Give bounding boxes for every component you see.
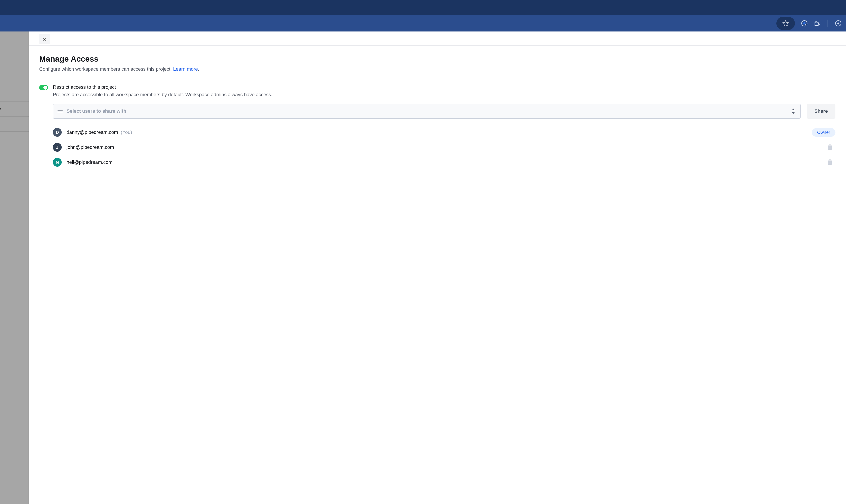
select-users-dropdown[interactable]: Select users to share with: [53, 104, 800, 119]
user-row: D danny@pipedream.com (You) Owner: [53, 125, 835, 140]
avatar: N: [53, 158, 62, 167]
background-row: [0, 58, 29, 73]
svg-rect-14: [829, 159, 831, 160]
svg-rect-5: [805, 25, 806, 25]
user-list: D danny@pipedream.com (You) Owner J john…: [53, 125, 835, 170]
user-row: N neil@pipedream.com: [53, 155, 835, 170]
background-overlay-left: ok · Add ed Workflow borations · Slack -: [0, 32, 29, 504]
you-label: (You): [121, 129, 132, 135]
chevron-updown-icon: [792, 109, 795, 114]
restrict-access-label: Restrict access to this project: [53, 84, 835, 90]
browser-window-frame-top: [0, 0, 846, 15]
svg-rect-11: [829, 144, 831, 145]
learn-more-link[interactable]: Learn more: [173, 66, 198, 72]
bg-text: ed Workflow: [0, 106, 1, 112]
user-email: danny@pipedream.com: [67, 129, 118, 135]
share-button[interactable]: Share: [807, 104, 835, 119]
owner-badge: Owner: [812, 128, 835, 137]
svg-rect-9: [828, 146, 832, 150]
background-row: ed Workflow: [0, 102, 29, 116]
select-users-placeholder: Select users to share with: [67, 108, 792, 114]
restrict-access-toggle[interactable]: [39, 85, 48, 90]
close-icon: [42, 37, 47, 42]
modal-subtitle: Configure which workspace members can ac…: [39, 66, 835, 72]
background-row: [0, 43, 29, 58]
svg-rect-12: [828, 161, 832, 165]
share-button-label: Share: [814, 108, 828, 114]
star-icon[interactable]: [782, 20, 789, 26]
extensions-icon[interactable]: [814, 20, 821, 26]
subtitle-period: .: [198, 66, 199, 72]
modal-title: Manage Access: [39, 54, 835, 64]
user-row: J john@pipedream.com: [53, 140, 835, 155]
avatar-initial: N: [56, 160, 59, 165]
background-row: Slack -: [0, 131, 29, 146]
user-email: neil@pipedream.com: [67, 159, 112, 165]
toolbar-separator: [828, 20, 828, 27]
background-row: borations ·: [0, 116, 29, 131]
list-icon: [58, 109, 63, 113]
user-email: john@pipedream.com: [67, 144, 114, 150]
toggle-knob: [43, 86, 47, 90]
share-row: Select users to share with Share: [53, 104, 835, 119]
remove-user-button[interactable]: [828, 159, 832, 165]
svg-marker-0: [783, 21, 789, 26]
remove-user-button[interactable]: [828, 144, 832, 150]
restrict-access-description: Projects are accessible to all workspace…: [53, 92, 835, 97]
avatar-initial: J: [56, 145, 58, 150]
close-button[interactable]: [39, 34, 50, 44]
browser-toolbar: [0, 15, 846, 32]
avatar: D: [53, 128, 62, 137]
password-manager-icon[interactable]: [801, 20, 808, 26]
lightning-circle-icon[interactable]: [835, 20, 842, 26]
avatar: J: [53, 143, 62, 152]
address-bar-end-cap: [776, 17, 795, 30]
subtitle-text: Configure which workspace members can ac…: [39, 66, 173, 72]
restrict-access-block: Restrict access to this project Projects…: [39, 84, 835, 97]
page-content-area: ok · Add ed Workflow borations · Slack -…: [0, 32, 846, 504]
modal-body: Manage Access Configure which workspace …: [29, 45, 846, 504]
background-row: ok · Add: [0, 73, 29, 102]
manage-access-modal: Manage Access Configure which workspace …: [29, 32, 846, 504]
avatar-initial: D: [56, 130, 59, 135]
